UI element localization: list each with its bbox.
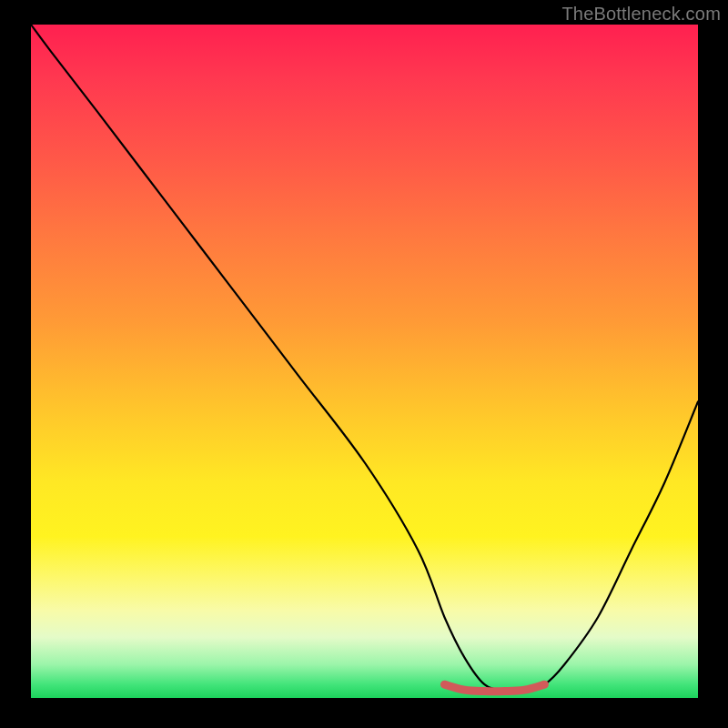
curve-layer: [31, 25, 698, 698]
watermark-label: TheBottleneck.com: [561, 4, 721, 25]
bottom-marker: [444, 684, 544, 692]
chart-frame: TheBottleneck.com: [0, 0, 728, 728]
bottleneck-curve: [31, 25, 698, 693]
plot-area: [31, 25, 698, 698]
